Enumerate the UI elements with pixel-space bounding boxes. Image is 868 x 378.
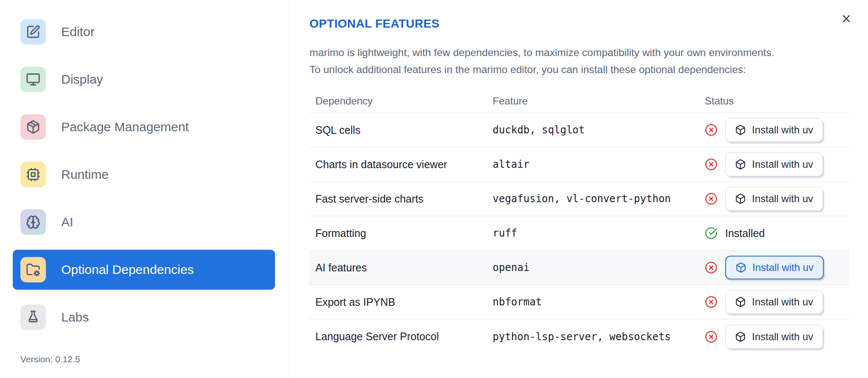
circle-x-icon [705, 330, 718, 343]
circle-x-icon [705, 192, 718, 205]
installed-status-label: Installed [725, 227, 765, 240]
circle-check-icon [705, 227, 718, 240]
package-icon [26, 120, 40, 134]
status-cell: Install with uv [699, 187, 849, 211]
box-icon [735, 193, 746, 204]
feature-cell: openai [487, 262, 699, 274]
close-icon [840, 13, 852, 25]
status-cell: Install with uv [699, 325, 849, 349]
dependency-cell: Language Server Protocol [309, 330, 487, 343]
feature-cell: duckdb, sqlglot [487, 124, 699, 136]
panel-description: marimo is lightweight, with few dependen… [309, 44, 849, 78]
monitor-icon [26, 72, 40, 87]
column-header-status: Status [699, 95, 849, 107]
table-body: SQL cells duckdb, sqlglot Install with u… [309, 113, 849, 354]
box-icon [735, 159, 746, 170]
install-with-uv-button[interactable]: Install with uv [725, 256, 824, 279]
circle-x-icon [705, 158, 718, 171]
sidebar-nav: Editor Display Package Management Runtim… [0, 12, 289, 337]
install-with-uv-button[interactable]: Install with uv [725, 118, 823, 142]
column-header-dependency: Dependency [309, 95, 487, 107]
description-line-2: To unlock additional features in the mar… [309, 64, 746, 75]
sidebar-item-label: Optional Dependencies [61, 262, 194, 277]
status-cell: Install with uv [699, 256, 849, 279]
circle-x-icon [705, 296, 718, 308]
sidebar-item-display[interactable]: Display [13, 59, 275, 99]
sidebar-item-icon-box [20, 114, 46, 140]
sidebar-item-icon-box [20, 305, 46, 330]
sidebar-item-icon-box [20, 67, 46, 92]
feature-cell: altair [487, 158, 699, 170]
feature-cell: python-lsp-server, websockets [487, 331, 699, 343]
install-with-uv-button[interactable]: Install with uv [725, 152, 823, 176]
feature-cell: nbformat [487, 296, 699, 308]
circle-x-icon [705, 261, 718, 274]
square-pen-icon [26, 25, 40, 39]
dependency-cell: Charts in datasource viewer [309, 158, 487, 171]
box-icon [735, 124, 746, 135]
install-with-uv-button[interactable]: Install with uv [725, 290, 823, 314]
folder-cog-icon [26, 262, 40, 277]
dependencies-table: Dependency Feature Status SQL cells duck… [309, 89, 849, 354]
table-row: Fast server-side charts vegafusion, vl-c… [309, 182, 849, 216]
sidebar-item-package-management[interactable]: Package Management [13, 107, 275, 147]
install-with-uv-button[interactable]: Install with uv [725, 187, 823, 211]
version-label: Version: 0.12.5 [20, 354, 80, 364]
install-button-label: Install with uv [752, 262, 814, 274]
sidebar-item-label: Runtime [61, 167, 109, 182]
status-cell: Installed [699, 227, 849, 240]
status-cell: Install with uv [699, 290, 849, 314]
sidebar-item-label: Editor [61, 25, 94, 39]
install-button-label: Install with uv [752, 331, 813, 343]
install-button-label: Install with uv [752, 296, 813, 308]
dependency-cell: AI features [309, 262, 487, 274]
sidebar-item-label: Display [61, 72, 103, 87]
sidebar-item-icon-box [20, 162, 46, 187]
table-row: Export as IPYNB nbformat Install with uv [309, 285, 849, 319]
sidebar-item-icon-box [20, 257, 46, 282]
circle-x-icon [705, 124, 718, 136]
dependency-cell: Formatting [309, 227, 487, 240]
install-button-label: Install with uv [752, 158, 813, 170]
box-icon [735, 331, 746, 342]
install-button-label: Install with uv [752, 124, 813, 136]
table-row: Charts in datasource viewer altair Insta… [309, 147, 849, 182]
feature-cell: vegafusion, vl-convert-python [487, 193, 699, 205]
sidebar-item-label: Labs [61, 310, 89, 324]
install-with-uv-button[interactable]: Install with uv [725, 325, 823, 349]
settings-dialog: Editor Display Package Management Runtim… [0, 0, 868, 378]
status-cell: Install with uv [699, 118, 849, 142]
dependency-cell: SQL cells [309, 124, 487, 136]
box-icon [735, 296, 746, 307]
sidebar-item-runtime[interactable]: Runtime [13, 155, 275, 195]
table-header-row: Dependency Feature Status [309, 89, 849, 113]
cpu-icon [26, 167, 40, 182]
brain-icon [26, 215, 40, 229]
optional-features-panel: OPTIONAL FEATURES marimo is lightweight,… [290, 0, 868, 378]
description-line-1: marimo is lightweight, with few dependen… [309, 47, 774, 58]
sidebar-item-optional-dependencies[interactable]: Optional Dependencies [13, 250, 275, 290]
flask-icon [26, 310, 40, 324]
table-row: SQL cells duckdb, sqlglot Install with u… [309, 113, 849, 147]
install-button-label: Install with uv [752, 193, 813, 205]
sidebar-item-labs[interactable]: Labs [13, 297, 275, 337]
box-icon [735, 262, 746, 273]
sidebar-item-label: Package Management [61, 120, 189, 134]
sidebar-item-icon-box [20, 19, 46, 45]
close-button[interactable] [840, 13, 853, 25]
table-row: Language Server Protocol python-lsp-serv… [309, 319, 849, 354]
status-cell: Install with uv [699, 152, 849, 176]
column-header-feature: Feature [487, 95, 699, 107]
feature-cell: ruff [487, 227, 699, 239]
sidebar-item-icon-box [20, 209, 46, 235]
sidebar: Editor Display Package Management Runtim… [0, 0, 290, 378]
table-row: Formatting ruff Installed [309, 216, 849, 251]
sidebar-item-label: AI [61, 215, 73, 229]
table-row: AI features openai Install with uv [309, 251, 849, 285]
sidebar-item-ai[interactable]: AI [13, 202, 275, 242]
dependency-cell: Export as IPYNB [309, 296, 487, 308]
sidebar-item-editor[interactable]: Editor [13, 12, 275, 52]
dependency-cell: Fast server-side charts [309, 193, 487, 205]
page-title: OPTIONAL FEATURES [309, 17, 849, 31]
